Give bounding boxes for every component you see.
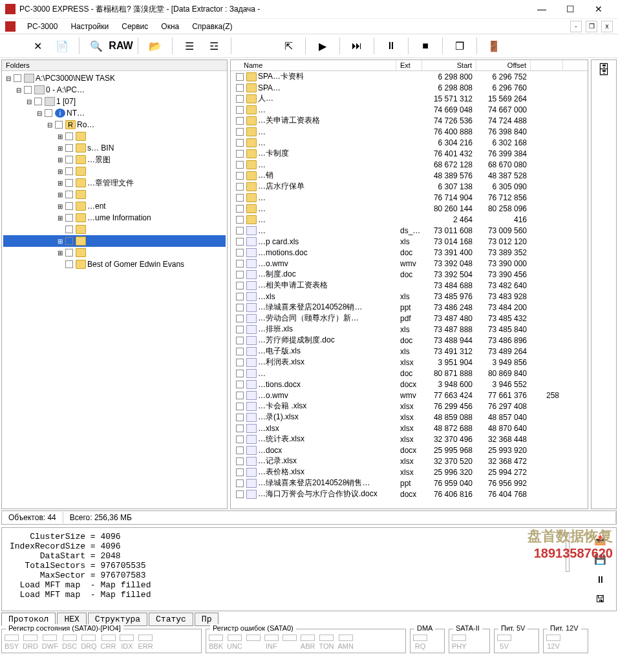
checkbox[interactable] (236, 227, 244, 235)
checkbox[interactable] (65, 249, 73, 257)
list-row[interactable]: …2 464416 (231, 214, 588, 225)
checkbox[interactable] (236, 183, 244, 191)
expand-icon[interactable]: ⊞ (56, 249, 64, 257)
list-row[interactable]: …o.wmvwmv77 663 42477 661 376258 (231, 390, 588, 401)
log-pause-icon[interactable]: ⏸ (591, 572, 609, 586)
mdi-restore-button[interactable]: ❐ (586, 21, 597, 32)
expand-icon[interactable]: ⊟ (46, 121, 54, 129)
tab-status[interactable]: Статус (149, 613, 193, 626)
list-row[interactable]: …motions.docdoc73 391 40073 389 352 (231, 247, 588, 258)
tree-row[interactable] (3, 224, 226, 235)
tree2-icon[interactable]: ☲ (202, 36, 226, 56)
tree-row[interactable]: ⊞ …章管理文件 (3, 177, 226, 189)
folder-tree[interactable]: ⊟ A:\PC3000\NEW TASK⊟ 0 - A:\PC…⊟ 1 [07]… (2, 71, 227, 509)
tree-icon[interactable]: ☰ (178, 36, 201, 56)
checkbox[interactable] (236, 337, 244, 344)
log-save-icon[interactable]: 💾 (591, 552, 609, 567)
tree-row[interactable]: ⊟R Ro… (3, 119, 226, 131)
list-row[interactable]: …录(1).xlsxxlsx48 859 08848 857 040 (231, 412, 588, 423)
col-ext[interactable]: Ext (396, 60, 422, 70)
checkbox[interactable] (55, 121, 63, 129)
page-icon[interactable]: 📄 (50, 36, 74, 56)
checkbox[interactable] (236, 370, 244, 377)
mdi-min-button[interactable]: - (570, 21, 582, 32)
tree-row[interactable]: Best of Gomer Edwin Evans (3, 258, 226, 270)
menu-settings[interactable]: Настройки (65, 21, 114, 32)
checkbox[interactable] (236, 161, 244, 169)
checkbox[interactable] (236, 490, 244, 498)
list-row[interactable]: …doc80 871 88880 869 840 (231, 368, 588, 379)
scroll-thumb[interactable] (566, 533, 570, 572)
expand-icon[interactable]: ⊞ (56, 133, 64, 140)
checkbox[interactable] (236, 194, 244, 202)
play-icon[interactable]: ▶ (311, 36, 334, 56)
list-row[interactable]: …海口万誉会与水疗合作协议.docxdocx76 406 81676 404 7… (231, 488, 588, 499)
list-row[interactable]: …卡会籍 .xlsxxlsx76 299 45676 297 408 (231, 401, 588, 412)
expand-icon[interactable]: ⊟ (25, 98, 33, 105)
checkbox[interactable] (65, 132, 73, 140)
checkbox[interactable] (236, 304, 244, 311)
stop-icon[interactable]: ■ (414, 36, 437, 56)
list-row[interactable]: …相关申请工资表格73 484 68873 482 640 (231, 280, 588, 291)
checkbox[interactable] (236, 359, 244, 366)
expand-icon[interactable]: ⊞ (56, 215, 64, 222)
expand-icon[interactable]: ⊞ (56, 156, 64, 163)
list-row[interactable]: …电子版.xlsxls73 491 31273 489 264 (231, 346, 588, 357)
checkbox[interactable] (236, 326, 244, 333)
menu-app[interactable]: PC-3000 (22, 21, 63, 32)
raw-button[interactable]: RAW (109, 36, 133, 56)
list-row[interactable]: …利润表.xlsxxlsx3 951 9043 949 856 (231, 357, 588, 368)
list-row[interactable]: …76 714 90476 712 856 (231, 192, 588, 203)
checkbox[interactable] (236, 446, 244, 454)
checkbox[interactable] (236, 271, 244, 278)
binoculars-icon[interactable]: 🔍 (85, 36, 108, 56)
expand-icon[interactable]: ⊞ (56, 168, 64, 175)
expand-icon[interactable]: ⊟ (5, 75, 12, 82)
copy-icon[interactable]: ❐ (448, 36, 471, 56)
expand-icon[interactable]: ⊞ (56, 180, 64, 187)
list-row[interactable]: …docxdocx25 995 96825 993 920 (231, 445, 588, 456)
list-row[interactable]: SPA…6 298 8086 296 760 (231, 82, 588, 93)
tree-row[interactable]: ⊞ (3, 165, 226, 177)
checkbox[interactable] (236, 348, 244, 355)
tree-row[interactable]: ⊞ s… BIN (3, 142, 226, 154)
checkbox[interactable] (236, 84, 244, 92)
checkbox[interactable] (65, 226, 73, 233)
list-row[interactable]: …芳疗师提成制度.docdoc73 488 94473 486 896 (231, 335, 588, 346)
list-row[interactable]: …统计表.xlsxxlsx32 370 49632 368 448 (231, 434, 588, 445)
checkbox[interactable] (236, 403, 244, 410)
skip-icon[interactable]: ⏭ (345, 36, 368, 56)
list-row[interactable]: …76 400 88876 398 840 (231, 126, 588, 137)
expand-icon[interactable]: ⊞ (56, 238, 64, 245)
list-row[interactable]: …80 260 14480 258 096 (231, 203, 588, 214)
list-row[interactable]: …绿城喜来登店20140528销…ppt73 486 24873 484 200 (231, 302, 588, 313)
checkbox[interactable] (65, 167, 73, 175)
checkbox[interactable] (34, 98, 42, 105)
checkbox[interactable] (236, 172, 244, 180)
expand-icon[interactable]: ⊟ (15, 87, 23, 94)
list-row[interactable]: …店水疗保单6 307 1386 305 090 (231, 181, 588, 192)
col-extra[interactable] (531, 60, 563, 70)
checkbox[interactable] (236, 468, 244, 476)
checkbox[interactable] (45, 109, 52, 117)
checkbox[interactable] (236, 282, 244, 289)
list-row[interactable]: …6 304 2166 302 168 (231, 137, 588, 148)
maximize-button[interactable]: ☐ (556, 0, 584, 18)
checkbox[interactable] (236, 238, 244, 246)
checkbox[interactable] (236, 293, 244, 300)
export-icon[interactable]: ⇱ (277, 36, 300, 56)
list-row[interactable]: …劳动合同（颐尊水疗）新…pdf73 487 48073 485 432 (231, 313, 588, 324)
checkbox[interactable] (236, 381, 244, 388)
tree-row[interactable]: ⊞ (3, 131, 226, 142)
list-row[interactable]: 人…15 571 31215 569 264 (231, 93, 588, 104)
menu-service[interactable]: Сервис (116, 21, 153, 32)
checkbox[interactable] (236, 128, 244, 136)
log-export-icon[interactable]: 📤 (591, 533, 609, 547)
tree-row[interactable]: ⊞ (3, 235, 226, 247)
checkbox[interactable] (236, 117, 244, 125)
tree-row[interactable]: ⊟ 1 [07] (3, 96, 226, 107)
expand-icon[interactable]: ⊞ (56, 191, 64, 198)
checkbox[interactable] (65, 179, 73, 187)
checkbox[interactable] (236, 95, 244, 103)
log-disk-icon[interactable]: 🖫 (591, 591, 609, 605)
